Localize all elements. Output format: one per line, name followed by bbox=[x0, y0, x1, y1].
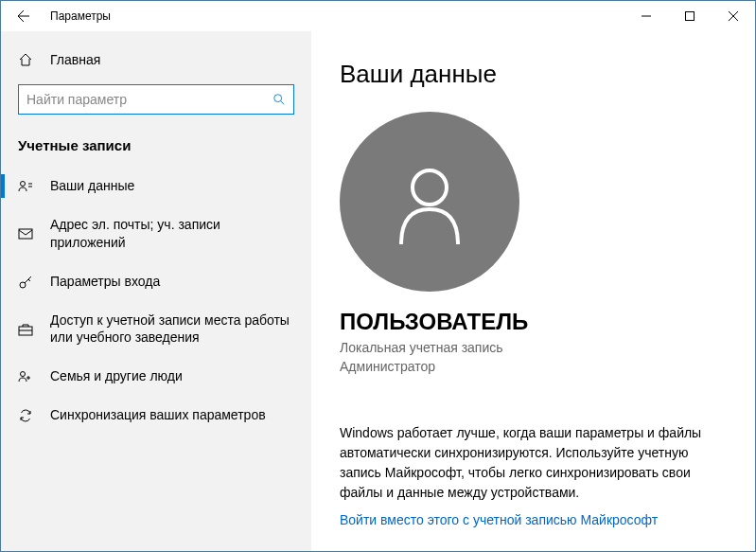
main-content: Ваши данные ПОЛЬЗОВАТЕЛЬ Локальная учетн… bbox=[311, 31, 755, 551]
svg-rect-0 bbox=[686, 12, 694, 21]
key-icon bbox=[18, 275, 37, 290]
titlebar: Параметры bbox=[1, 1, 755, 31]
sync-icon bbox=[18, 408, 37, 423]
mail-icon bbox=[18, 226, 37, 241]
briefcase-icon bbox=[18, 322, 37, 337]
sidebar-item-family[interactable]: Семья и другие люди bbox=[1, 357, 311, 396]
account-type: Локальная учетная запись bbox=[340, 339, 727, 358]
search-input[interactable] bbox=[26, 92, 273, 107]
svg-point-1 bbox=[274, 95, 282, 102]
arrow-left-icon bbox=[16, 9, 31, 24]
search-wrap bbox=[1, 77, 311, 130]
close-button[interactable] bbox=[712, 1, 755, 31]
sync-description: Windows работает лучше, когда ваши парам… bbox=[340, 423, 727, 503]
search-icon bbox=[273, 93, 286, 106]
nav-label: Ваши данные bbox=[50, 177, 294, 195]
nav-label: Семья и другие люди bbox=[50, 367, 294, 385]
close-icon bbox=[729, 11, 738, 21]
nav-label: Синхронизация ваших параметров bbox=[50, 406, 294, 424]
svg-point-6 bbox=[21, 372, 26, 377]
nav-label: Адрес эл. почты; уч. записи приложений bbox=[50, 216, 294, 252]
username: ПОЛЬЗОВАТЕЛЬ bbox=[340, 309, 727, 335]
home-label: Главная bbox=[50, 52, 100, 67]
svg-point-2 bbox=[21, 181, 26, 186]
nav-label: Параметры входа bbox=[50, 273, 294, 291]
home-icon bbox=[18, 52, 37, 67]
svg-rect-3 bbox=[19, 229, 32, 239]
section-title: Учетные записи bbox=[1, 130, 311, 167]
person-card-icon bbox=[18, 179, 37, 194]
minimize-button[interactable] bbox=[624, 1, 668, 31]
sidebar-item-your-info[interactable]: Ваши данные bbox=[1, 167, 311, 205]
sidebar-item-signin-options[interactable]: Параметры входа bbox=[1, 262, 311, 301]
avatar bbox=[340, 112, 519, 292]
back-button[interactable] bbox=[1, 1, 46, 31]
maximize-icon bbox=[685, 11, 694, 21]
search-box[interactable] bbox=[18, 84, 294, 115]
sidebar-item-sync[interactable]: Синхронизация ваших параметров bbox=[1, 396, 311, 435]
sidebar: Главная Учетные записи Ваши данные Адрес… bbox=[1, 31, 311, 551]
people-icon bbox=[18, 369, 37, 384]
sidebar-item-work-access[interactable]: Доступ к учетной записи места работы или… bbox=[1, 301, 311, 358]
account-role: Администратор bbox=[340, 358, 727, 377]
person-icon bbox=[382, 154, 477, 249]
sidebar-item-email-accounts[interactable]: Адрес эл. почты; уч. записи приложений bbox=[1, 205, 311, 262]
window-title: Параметры bbox=[50, 9, 111, 23]
minimize-icon bbox=[642, 11, 651, 21]
nav-label: Доступ к учетной записи места работы или… bbox=[50, 312, 294, 347]
home-nav[interactable]: Главная bbox=[1, 43, 311, 77]
signin-microsoft-link[interactable]: Войти вместо этого с учетной записью Май… bbox=[340, 512, 727, 527]
maximize-button[interactable] bbox=[668, 1, 712, 31]
window-controls bbox=[624, 1, 755, 31]
page-title: Ваши данные bbox=[340, 60, 727, 89]
svg-point-7 bbox=[413, 170, 447, 205]
